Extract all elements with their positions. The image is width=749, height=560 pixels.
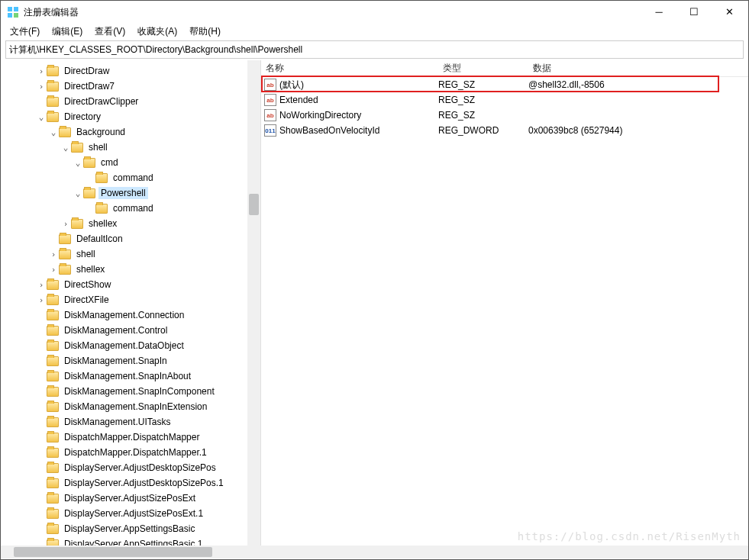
folder-icon [47, 112, 59, 122]
tree-node[interactable]: DisplayServer.AdjustDesktopSizePos [1, 460, 260, 475]
list-row[interactable]: ab(默认)REG_SZ@shell32.dll,-8506 [261, 77, 748, 92]
menu-view[interactable]: 查看(V) [89, 24, 131, 40]
value-name: (默认) [279, 79, 438, 92]
tree-node[interactable]: DiskManagement.Control [1, 323, 260, 338]
horizontal-scrollbar-thumb[interactable] [14, 547, 212, 557]
tree-node[interactable]: DisplayServer.AdjustDesktopSizePos.1 [1, 475, 260, 491]
value-type: REG_SZ [438, 79, 528, 90]
folder-icon [47, 372, 59, 381]
folder-icon [47, 494, 59, 504]
tree-node-label: DiskManagement.DataObject [62, 340, 186, 352]
tree-node[interactable]: DiskManagement.SnapInComponent [1, 384, 260, 399]
tree-node[interactable]: ›DirectShow [1, 277, 260, 292]
tree-node-label: DisplayServer.AdjustSizePosExt [62, 492, 198, 504]
tree-node[interactable]: ›shell [1, 246, 260, 262]
tree-toggle[interactable]: ⌄ [73, 158, 83, 168]
tree-scrollbar[interactable] [247, 60, 260, 546]
folder-icon [47, 66, 59, 76]
tree-node[interactable]: DispatchMapper.DispatchMapper.1 [1, 445, 260, 460]
folder-icon [47, 539, 59, 546]
string-value-icon: ab [264, 94, 276, 106]
tree-toggle[interactable]: ⌄ [60, 143, 71, 153]
folder-icon [47, 311, 59, 320]
value-name: Extended [279, 95, 438, 105]
tree-node[interactable]: DirectDrawClipper [1, 94, 260, 109]
tree-scrollbar-thumb[interactable] [249, 194, 259, 215]
tree-node-label: shell [86, 141, 110, 153]
tree-node-label: DiskManagement.UITasks [62, 416, 173, 428]
tree-node[interactable]: ›DirectXFile [1, 292, 260, 307]
tree-node[interactable]: DisplayServer.AdjustSizePosExt.1 [1, 506, 260, 521]
tree-toggle[interactable]: ⌄ [48, 127, 59, 137]
list-row[interactable]: 011ShowBasedOnVelocityIdREG_DWORD0x00639… [261, 123, 748, 138]
tree-node[interactable]: ⌄Background [1, 124, 260, 140]
value-type: REG_DWORD [438, 125, 528, 136]
list-row[interactable]: abNoWorkingDirectoryREG_SZ [261, 108, 748, 123]
tree-node-label: DirectDraw7 [62, 80, 117, 92]
minimize-button[interactable]: ─ [641, 1, 676, 24]
horizontal-scrollbar[interactable] [1, 546, 748, 558]
tree-node[interactable]: DiskManagement.SnapInAbout [1, 369, 260, 384]
tree-node[interactable]: ⌄Directory [1, 109, 260, 124]
tree-node[interactable]: DispatchMapper.DispatchMapper [1, 430, 260, 445]
tree-node-label: DisplayServer.AppSettingsBasic [62, 523, 197, 535]
tree-node[interactable]: command [1, 170, 260, 185]
tree-node[interactable]: ›DirectDraw [1, 63, 260, 79]
tree-node[interactable]: DefaultIcon [1, 231, 260, 246]
folder-icon [47, 326, 59, 336]
tree-toggle[interactable]: › [36, 82, 47, 92]
tree-toggle[interactable]: ⌄ [36, 112, 47, 122]
svg-rect-1 [14, 7, 18, 11]
tree-toggle[interactable]: › [36, 295, 47, 305]
value-data: 0x00639bc8 (6527944) [528, 125, 748, 136]
tree-node[interactable]: ⌄shell [1, 140, 260, 155]
folder-icon [47, 82, 59, 92]
tree-node-label: shell [74, 248, 98, 260]
tree-node-label: command [111, 202, 156, 214]
tree-node[interactable]: ›shellex [1, 216, 260, 231]
tree-toggle[interactable]: › [36, 280, 47, 290]
value-name: ShowBasedOnVelocityId [279, 125, 438, 136]
folder-icon [47, 509, 59, 519]
tree-node[interactable]: command [1, 201, 260, 216]
svg-rect-0 [8, 7, 12, 11]
tree-node[interactable]: ⌄cmd [1, 155, 260, 170]
col-name[interactable]: 名称 [261, 62, 438, 75]
tree-node[interactable]: DiskManagement.SnapIn [1, 353, 260, 369]
close-button[interactable]: ✕ [712, 1, 747, 24]
col-type[interactable]: 类型 [438, 62, 528, 75]
tree-node[interactable]: DisplayServer.AdjustSizePosExt [1, 491, 260, 506]
menu-help[interactable]: 帮助(H) [183, 24, 227, 40]
tree-toggle[interactable]: › [48, 249, 59, 259]
folder-icon [95, 204, 108, 214]
list-pane[interactable]: 名称 类型 数据 ab(默认)REG_SZ@shell32.dll,-8506a… [261, 60, 748, 546]
tree-toggle[interactable]: ⌄ [73, 188, 83, 198]
tree-node-label: DiskManagement.Control [62, 324, 169, 336]
tree-node[interactable]: DisplayServer.AppSettingsBasic.1 [1, 536, 260, 546]
tree-node[interactable]: DiskManagement.UITasks [1, 414, 260, 430]
tree-node[interactable]: DiskManagement.DataObject [1, 338, 260, 353]
tree-node-label: DisplayServer.AppSettingsBasic.1 [62, 538, 205, 546]
tree-node[interactable]: DiskManagement.SnapInExtension [1, 399, 260, 414]
tree-node[interactable]: DisplayServer.AppSettingsBasic [1, 521, 260, 536]
tree-node-label: DiskManagement.SnapIn [62, 355, 169, 367]
tree-toggle[interactable]: › [48, 265, 59, 275]
tree-node[interactable]: ⌄Powershell [1, 185, 260, 201]
menu-favorites[interactable]: 收藏夹(A) [131, 24, 183, 40]
folder-icon [59, 234, 71, 244]
list-row[interactable]: abExtendedREG_SZ [261, 92, 748, 108]
maximize-button[interactable]: ☐ [676, 1, 712, 24]
address-bar[interactable]: 计算机\HKEY_CLASSES_ROOT\Directory\Backgrou… [5, 40, 744, 59]
tree-node[interactable]: ›DirectDraw7 [1, 79, 260, 94]
tree-toggle[interactable]: › [36, 66, 47, 76]
tree-node-label: command [111, 172, 156, 184]
menu-edit[interactable]: 编辑(E) [46, 24, 89, 40]
col-data[interactable]: 数据 [528, 62, 748, 75]
tree-node[interactable]: ›shellex [1, 262, 260, 277]
tree-pane[interactable]: ›DirectDraw›DirectDraw7DirectDrawClipper… [1, 60, 261, 546]
folder-icon [95, 173, 108, 183]
menu-file[interactable]: 文件(F) [4, 24, 46, 40]
tree-toggle[interactable]: › [60, 219, 71, 229]
tree-node-label: DiskManagement.SnapInExtension [62, 401, 209, 413]
tree-node[interactable]: DiskManagement.Connection [1, 307, 260, 323]
